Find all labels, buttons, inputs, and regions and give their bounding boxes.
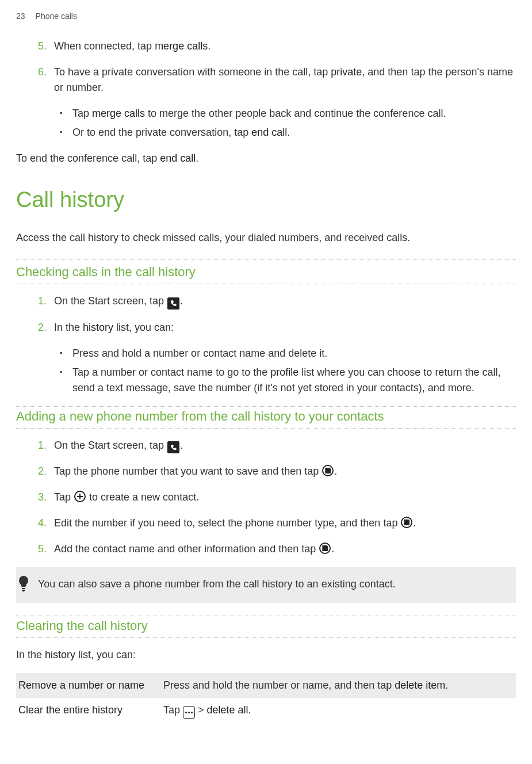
table-value: Press and hold the number or name, and t… [161, 673, 516, 698]
save-icon [401, 517, 412, 528]
plus-icon [74, 491, 86, 502]
step-number: 4. [38, 515, 54, 531]
bullet-icon: ▪ [60, 365, 72, 396]
more-icon [183, 706, 195, 719]
table-label: Remove a number or name [16, 673, 161, 698]
step-6: 6. To have a private conversation with s… [16, 64, 516, 96]
phone-tile-icon [167, 297, 179, 310]
table-row: Remove a number or name Press and hold t… [16, 673, 516, 698]
tip-box: You can also save a phone number from th… [16, 567, 516, 603]
heading-clearing-history: Clearing the call history [16, 616, 516, 638]
step-number: 1. [38, 438, 54, 454]
save-icon [319, 543, 331, 554]
list-item: ▪ Tap merge calls to merge the other peo… [60, 106, 516, 121]
add-step-4: 4. Edit the number if you need to, selec… [16, 515, 516, 531]
add-step-3: 3. Tap to create a new contact. [16, 490, 516, 505]
list-item: ▪ Press and hold a number or contact nam… [60, 346, 516, 361]
page-header: 23 Phone calls [16, 10, 516, 22]
step-text: Edit the number if you need to, select t… [54, 515, 516, 531]
tip-text: You can also save a phone number from th… [38, 575, 510, 592]
clear-history-table: Remove a number or name Press and hold t… [16, 673, 516, 723]
step-number: 3. [38, 490, 54, 505]
heading-adding-number: Adding a new phone number from the call … [16, 406, 516, 429]
step-number: 6. [38, 64, 54, 96]
check-step-1: 1. On the Start screen, tap . [16, 293, 516, 310]
step-number: 2. [38, 320, 54, 335]
step-text: To have a private conversation with some… [54, 64, 516, 96]
step-number: 1. [38, 293, 54, 310]
bullet-icon: ▪ [60, 346, 72, 361]
step-number: 5. [38, 39, 54, 54]
step-number: 5. [38, 541, 54, 557]
add-step-1: 1. On the Start screen, tap . [16, 438, 516, 454]
check-step-2: 2. In the history list, you can: [16, 320, 516, 335]
step-text: Tap to create a new contact. [54, 490, 516, 505]
table-value: Tap > delete all. [161, 698, 516, 723]
bullet-icon: ▪ [60, 125, 72, 140]
step-6-sublist: ▪ Tap merge calls to merge the other peo… [16, 106, 516, 140]
phone-tile-icon [167, 441, 179, 453]
heading-call-history: Call history [16, 184, 516, 216]
call-history-intro: Access the call history to check missed … [16, 230, 516, 246]
step-text: Add the contact name and other informati… [54, 541, 516, 557]
step-text: In the history list, you can: [54, 320, 516, 335]
add-step-5: 5. Add the contact name and other inform… [16, 541, 516, 557]
lightbulb-icon [17, 575, 30, 595]
step-text: When connected, tap merge calls. [54, 39, 516, 54]
list-item: ▪ Or to end the private conversation, ta… [60, 125, 516, 140]
step-text: On the Start screen, tap . [54, 293, 516, 310]
list-item: ▪ Tap a number or contact name to go to … [60, 365, 516, 396]
check-sublist: ▪ Press and hold a number or contact nam… [16, 346, 516, 396]
end-conference-text: To end the conference call, tap end call… [16, 151, 516, 166]
heading-checking-calls: Checking calls in the call history [16, 259, 516, 284]
page-number: 23 [16, 10, 25, 22]
bullet-icon: ▪ [60, 106, 72, 121]
table-label: Clear the entire history [16, 698, 161, 723]
step-text: Tap the phone number that you want to sa… [54, 464, 516, 479]
step-number: 2. [38, 464, 54, 479]
save-icon [322, 465, 334, 476]
section-name: Phone calls [36, 10, 77, 22]
table-row: Clear the entire history Tap > delete al… [16, 698, 516, 723]
step-5: 5. When connected, tap merge calls. [16, 39, 516, 54]
add-step-2: 2. Tap the phone number that you want to… [16, 464, 516, 479]
step-text: On the Start screen, tap . [54, 438, 516, 454]
clear-intro: In the history list, you can: [16, 647, 516, 663]
